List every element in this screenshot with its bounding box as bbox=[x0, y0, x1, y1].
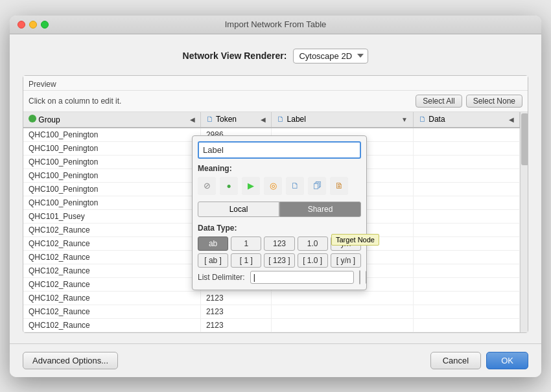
col-header-data[interactable]: 🗋 Data ◀ bbox=[413, 112, 519, 128]
token-file-icon: 🗋 bbox=[206, 115, 214, 124]
tab-local[interactable]: Local bbox=[198, 202, 279, 217]
close-button[interactable] bbox=[18, 21, 25, 29]
table-cell: 2123 bbox=[200, 305, 271, 318]
data-file-icon: 🗋 bbox=[419, 115, 427, 124]
label-file-icon: 🗋 bbox=[277, 115, 285, 124]
select-none-button[interactable]: Select None bbox=[466, 95, 522, 108]
col-header-token[interactable]: 🗋 Token ◀ bbox=[200, 112, 271, 128]
delim-preview bbox=[366, 271, 367, 284]
dt-l1-btn[interactable]: [ 1 ] bbox=[231, 253, 261, 268]
doc3-meaning-icon: 🗎 bbox=[335, 181, 344, 190]
col-label-label: Label bbox=[287, 115, 306, 124]
table-cell bbox=[413, 250, 519, 264]
table-cell: QHC102_Raunce bbox=[23, 264, 200, 277]
table-row: QHC102_Raunce2123 bbox=[23, 305, 520, 318]
main-window: Import Network From Table Network View R… bbox=[10, 16, 541, 377]
col-label-dropdown[interactable]: ▼ bbox=[401, 116, 408, 123]
doc-meaning-icon: 🗋 bbox=[291, 181, 299, 190]
table-cell bbox=[413, 196, 519, 209]
table-cell: QHC102_Raunce bbox=[23, 223, 200, 236]
table-cell: QHC102_Raunce bbox=[23, 250, 200, 264]
datatype-label: Data Type: bbox=[198, 224, 361, 233]
dt-123-btn[interactable]: 123 bbox=[264, 236, 294, 251]
meaning-play-btn[interactable]: ▶ bbox=[242, 177, 260, 195]
col-data-arrow[interactable]: ◀ bbox=[509, 116, 514, 123]
cancel-button[interactable]: Cancel bbox=[430, 352, 481, 369]
col-header-label[interactable]: 🗋 Label ▼ bbox=[272, 112, 414, 128]
bottom-right-buttons: Cancel OK bbox=[430, 352, 528, 369]
renderer-label: Network View Renderer: bbox=[183, 51, 287, 61]
col-token-arrow[interactable]: ◀ bbox=[261, 116, 266, 123]
table-cell bbox=[272, 305, 414, 318]
table-cell: QHC102_Raunce bbox=[23, 236, 200, 250]
table-cell: QHC102_Raunce bbox=[23, 277, 200, 291]
minimize-button[interactable] bbox=[29, 21, 37, 29]
table-cell bbox=[272, 291, 414, 305]
maximize-button[interactable] bbox=[41, 21, 49, 29]
preview-label: Preview bbox=[23, 76, 528, 91]
table-cell bbox=[413, 182, 519, 196]
advanced-options-button[interactable]: Advanced Options... bbox=[23, 352, 118, 369]
col-token-label: Token bbox=[216, 115, 237, 124]
table-cell bbox=[413, 155, 519, 168]
meaning-none-btn[interactable]: ⊘ bbox=[198, 177, 216, 195]
dt-l10-btn[interactable]: [ 1.0 ] bbox=[298, 253, 328, 268]
table-cell: QHC102_Raunce bbox=[23, 305, 200, 318]
meaning-circle-btn[interactable]: ● bbox=[220, 177, 238, 195]
list-delim-label: List Delimiter: bbox=[198, 273, 245, 282]
traffic-lights bbox=[18, 21, 49, 29]
col-group-arrow[interactable]: ◀ bbox=[190, 116, 195, 123]
table-cell bbox=[413, 168, 519, 182]
dt-1-btn[interactable]: 1 bbox=[231, 236, 261, 251]
select-all-button[interactable]: Select All bbox=[416, 95, 462, 108]
meaning-label: Meaning: bbox=[198, 164, 361, 173]
column-editor-popup: Meaning: ⊘ ● ▶ ◎ 🗋 🗍 🗎 Local Shared bbox=[192, 135, 367, 290]
renderer-select[interactable]: Cytoscape 2D Cytoscape 3D bbox=[293, 49, 368, 63]
bottom-bar: Advanced Options... Cancel OK bbox=[10, 343, 541, 377]
meaning-tabs: Local Shared bbox=[198, 202, 361, 217]
table-cell: QHC101_Pusey bbox=[23, 209, 200, 223]
dt-l123-btn[interactable]: [ 123 ] bbox=[264, 253, 294, 268]
play-meaning-icon: ▶ bbox=[248, 181, 254, 190]
dt-10-btn[interactable]: 1.0 bbox=[298, 236, 328, 251]
table-cell bbox=[413, 128, 519, 142]
meaning-doc3-btn[interactable]: 🗎 bbox=[330, 177, 348, 195]
table-cell: QHC102_Raunce bbox=[23, 291, 200, 305]
tab-shared[interactable]: Shared bbox=[279, 202, 361, 217]
meaning-doc2-btn[interactable]: 🗍 bbox=[308, 177, 326, 195]
table-cell: 2123 bbox=[200, 291, 271, 305]
col-data-label: Data bbox=[428, 115, 445, 124]
ok-button[interactable]: OK bbox=[486, 352, 528, 369]
table-cell bbox=[413, 209, 519, 223]
meaning-icons-row: ⊘ ● ▶ ◎ 🗋 🗍 🗎 bbox=[198, 177, 361, 195]
table-cell bbox=[413, 141, 519, 155]
table-row: QHC102_Raunce2123 bbox=[23, 318, 520, 332]
col-group-label: Group bbox=[38, 115, 60, 124]
target-meaning-icon: ◎ bbox=[270, 181, 277, 190]
green-dot-icon bbox=[29, 115, 36, 122]
table-cell bbox=[413, 264, 519, 277]
preview-hint: Click on a column to edit it. bbox=[29, 97, 121, 106]
dt-ab-btn[interactable]: ab bbox=[198, 236, 228, 251]
meaning-doc-btn[interactable]: 🗋 bbox=[286, 177, 304, 195]
doc2-meaning-icon: 🗍 bbox=[313, 181, 322, 190]
table-cell bbox=[413, 236, 519, 250]
renderer-row: Network View Renderer: Cytoscape 2D Cyto… bbox=[23, 45, 528, 67]
meaning-target-btn[interactable]: ◎ bbox=[264, 177, 282, 195]
table-cell bbox=[413, 318, 519, 332]
col-header-group[interactable]: Group ◀ bbox=[23, 112, 200, 128]
table-cell bbox=[413, 223, 519, 236]
scrollbar-thumb[interactable] bbox=[521, 113, 528, 165]
table-cell bbox=[413, 305, 519, 318]
column-name-input[interactable] bbox=[198, 141, 361, 159]
table-cell: QHC100_Penington bbox=[23, 155, 200, 168]
spin-down-btn[interactable]: ▼ bbox=[360, 277, 360, 284]
dt-lab-btn[interactable]: [ ab ] bbox=[198, 253, 228, 268]
list-delim-input[interactable] bbox=[250, 271, 354, 284]
table-row: QHC102_Raunce2123 bbox=[23, 291, 520, 305]
dt-lyn-btn[interactable]: [ y/n ] bbox=[331, 253, 361, 268]
spin-up-btn[interactable]: ▲ bbox=[360, 271, 360, 277]
preview-section: Preview Click on a column to edit it. Se… bbox=[23, 75, 528, 333]
scrollbar-track[interactable] bbox=[520, 112, 528, 332]
list-delim-spinner[interactable]: ▲ ▼ bbox=[359, 270, 360, 284]
